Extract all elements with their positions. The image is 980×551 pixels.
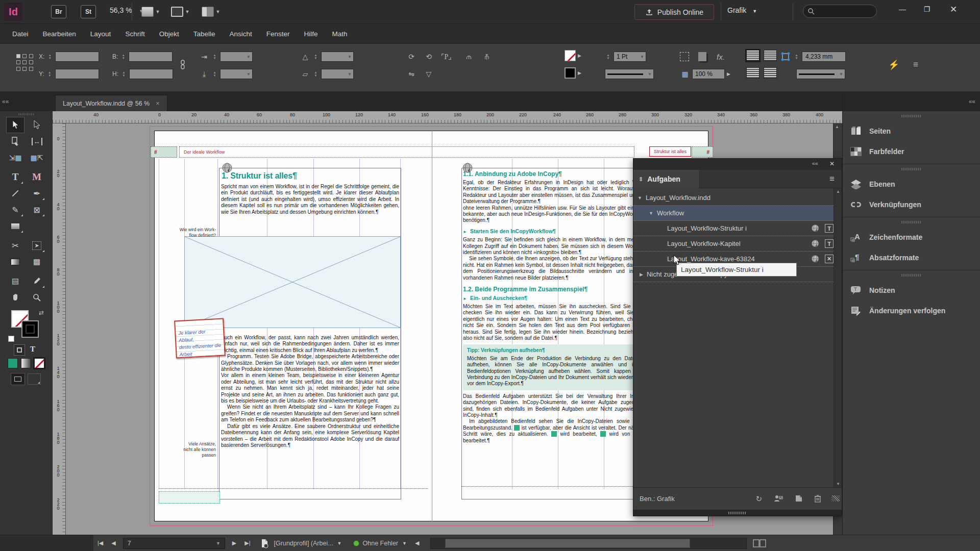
preflight-icon[interactable] bbox=[260, 538, 269, 548]
text-wrap-jump-icon[interactable] bbox=[764, 67, 777, 79]
format-container-button[interactable] bbox=[14, 345, 24, 355]
menu-datei[interactable]: Datei bbox=[5, 24, 36, 43]
scissors-tool[interactable]: ✂ bbox=[7, 238, 24, 253]
hscroll-left-icon[interactable]: ◀ bbox=[411, 540, 423, 546]
x-stepper[interactable] bbox=[46, 52, 53, 62]
rotate-cw-icon[interactable]: ⟳ bbox=[406, 53, 416, 61]
apply-none-button[interactable] bbox=[34, 358, 44, 368]
scale-y-stepper[interactable] bbox=[211, 69, 218, 79]
pen-tool[interactable]: ✒ bbox=[28, 186, 45, 201]
reference-point-proxy[interactable] bbox=[16, 54, 34, 71]
corner-radius-field[interactable]: 4,233 mm bbox=[802, 52, 846, 62]
dock-group-grip[interactable] bbox=[901, 221, 922, 223]
image-placeholder-frame[interactable] bbox=[184, 236, 401, 328]
spread-view-icon[interactable] bbox=[753, 539, 766, 548]
flip-horizontal-icon[interactable]: ⇋ bbox=[406, 70, 416, 78]
gradient-feather-tool[interactable]: ▩ bbox=[28, 254, 45, 269]
select-container-icon[interactable]: ⫙ bbox=[463, 53, 474, 61]
dock-group-grip[interactable] bbox=[901, 115, 922, 117]
stroke-flyout-icon[interactable]: ▶ bbox=[578, 53, 581, 58]
reassign-user-icon[interactable] bbox=[773, 494, 783, 503]
corner-options-icon[interactable] bbox=[780, 51, 791, 62]
text-frame-right[interactable]: 1.1. Anbindung zu Adobe InCopy¶ Egal, ob… bbox=[461, 168, 647, 499]
dock-item-seiten[interactable]: Seiten bbox=[843, 121, 980, 141]
panel-menu-icon[interactable]: ≡ bbox=[911, 60, 921, 70]
text-frame-left[interactable]: 1. Struktur ist alles¶ Spricht man von e… bbox=[219, 168, 401, 499]
apply-gradient-button[interactable] bbox=[21, 358, 31, 368]
dock-item-aenderungen[interactable]: Änderungen verfolgen bbox=[843, 300, 980, 321]
dock-item-ebenen[interactable]: Ebenen bbox=[843, 174, 980, 194]
horizontal-scrollbar[interactable] bbox=[430, 538, 747, 549]
dock-group-grip[interactable] bbox=[901, 274, 922, 277]
scale-x-field[interactable] bbox=[220, 52, 253, 62]
restore-button[interactable]: ❐ bbox=[917, 2, 937, 16]
constrain-proportions-icon[interactable] bbox=[179, 59, 187, 71]
horizontal-ruler[interactable]: 40 0 20 40 60 80 100 120 140 160 180 200… bbox=[53, 111, 842, 123]
scale-percent-field[interactable]: 100 % bbox=[692, 69, 725, 79]
y-position-field[interactable] bbox=[55, 69, 99, 79]
scroll-up-icon[interactable]: ▲ bbox=[836, 189, 840, 194]
close-button[interactable]: ✕ bbox=[943, 2, 964, 16]
gap-tool[interactable]: ↔ bbox=[28, 134, 45, 149]
tab-close-icon[interactable]: × bbox=[156, 100, 159, 107]
text-wrap-object-icon[interactable] bbox=[746, 67, 760, 79]
tree-expanded-icon[interactable]: ▼ bbox=[649, 211, 653, 216]
apply-color-button[interactable] bbox=[8, 358, 18, 368]
gradient-tool[interactable] bbox=[7, 254, 24, 269]
scale-x-stepper[interactable] bbox=[211, 52, 218, 62]
scale-flyout-icon[interactable]: ▶ bbox=[727, 71, 730, 77]
dock-item-notizen[interactable]: Notizen bbox=[843, 280, 980, 300]
workspace-switcher[interactable]: Grafik▼ bbox=[727, 6, 757, 14]
next-page-button[interactable]: ▶ bbox=[228, 540, 240, 546]
free-transform-tool[interactable]: ➤ bbox=[28, 238, 45, 253]
panel-resize-grip[interactable] bbox=[831, 495, 840, 502]
height-stepper[interactable] bbox=[120, 69, 127, 79]
page-number-dropdown[interactable]: 7 ▼ bbox=[123, 538, 225, 549]
line-tool[interactable] bbox=[7, 186, 24, 201]
direct-selection-tool[interactable] bbox=[28, 117, 45, 133]
menu-layout[interactable]: Layout bbox=[83, 24, 118, 43]
dock-item-verknuepfungen[interactable]: Verknüpfungen bbox=[843, 194, 980, 215]
document-tab[interactable]: Layout_Workflow.indd @ 56 % × bbox=[55, 95, 167, 111]
publish-online-button[interactable]: Publish Online bbox=[634, 4, 714, 20]
new-assignment-icon[interactable] bbox=[795, 494, 803, 503]
view-options-dropdown[interactable]: ▼ bbox=[168, 4, 192, 19]
page-number-marker-left[interactable]: # bbox=[151, 146, 177, 158]
collapse-panel-icon[interactable]: «« bbox=[812, 160, 818, 166]
flip-vertical-icon[interactable]: ▽ bbox=[424, 70, 434, 78]
selection-tool[interactable] bbox=[7, 117, 24, 133]
tab-scroll-left-icon[interactable]: «« bbox=[2, 98, 9, 105]
dock-item-farbfelder[interactable]: Farbfelder bbox=[843, 141, 980, 162]
last-page-button[interactable]: ▶| bbox=[240, 540, 254, 546]
text-wrap-none-icon[interactable] bbox=[746, 50, 760, 61]
panel-scrollbar[interactable]: ▲ ▼ bbox=[834, 188, 842, 487]
math-tool[interactable]: M bbox=[28, 169, 45, 185]
width-field[interactable] bbox=[129, 52, 173, 62]
swap-fill-stroke-icon[interactable]: ⇄ bbox=[39, 309, 44, 316]
normal-view-mode-button[interactable] bbox=[11, 373, 24, 385]
spread[interactable]: # Der ideale Workflow Struktur ist alles… bbox=[154, 131, 708, 521]
effects-fx-icon[interactable]: fx. bbox=[716, 53, 726, 61]
tree-root-row[interactable]: ▼ Layout_Workflow.indd bbox=[633, 190, 834, 206]
type-tool[interactable]: T bbox=[7, 169, 24, 185]
width-stepper[interactable] bbox=[120, 52, 127, 62]
scroll-up-icon[interactable]: ▲ bbox=[835, 124, 839, 129]
vertical-ruler[interactable]: 0 20 40 60 80 100 120 140 160 180 200 22… bbox=[53, 123, 66, 535]
scroll-down-icon[interactable]: ▼ bbox=[836, 482, 840, 486]
chevron-down-icon[interactable]: ▼ bbox=[333, 541, 346, 546]
bridge-button[interactable]: Br bbox=[51, 5, 66, 18]
stroke-color-none-swatch[interactable] bbox=[565, 50, 576, 61]
preflight-profile-label[interactable]: [Grundprofil] (Arbei... bbox=[274, 540, 333, 547]
hand-tool[interactable] bbox=[7, 290, 24, 305]
rectangle-tool[interactable] bbox=[7, 218, 24, 234]
corner-shape-dropdown[interactable] bbox=[796, 69, 845, 79]
tree-item-row[interactable]: Layout_Workflow-Kapitel T bbox=[633, 236, 834, 252]
update-content-icon[interactable]: ↻ bbox=[755, 494, 762, 504]
assignments-tab[interactable]: ⇕ Aufgaben bbox=[633, 170, 699, 188]
x-position-field[interactable] bbox=[55, 52, 99, 62]
dock-item-absatzformate[interactable]: ¶ Absatzformate bbox=[843, 247, 980, 268]
zoom-tool[interactable] bbox=[28, 290, 45, 305]
scrollbar-thumb[interactable] bbox=[445, 539, 690, 548]
screen-mode-dropdown[interactable]: ▼ bbox=[199, 4, 223, 19]
drop-shadow-icon[interactable] bbox=[698, 52, 706, 61]
